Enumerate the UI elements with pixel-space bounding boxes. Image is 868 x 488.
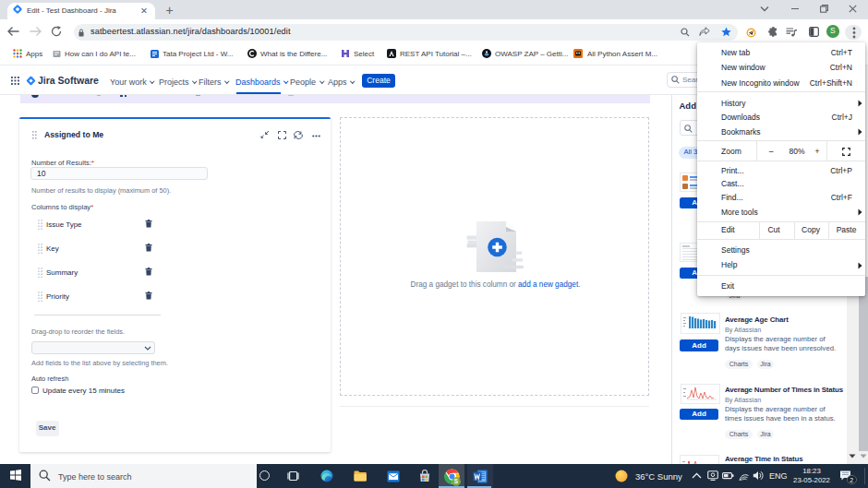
- svg-text:S: S: [454, 478, 459, 484]
